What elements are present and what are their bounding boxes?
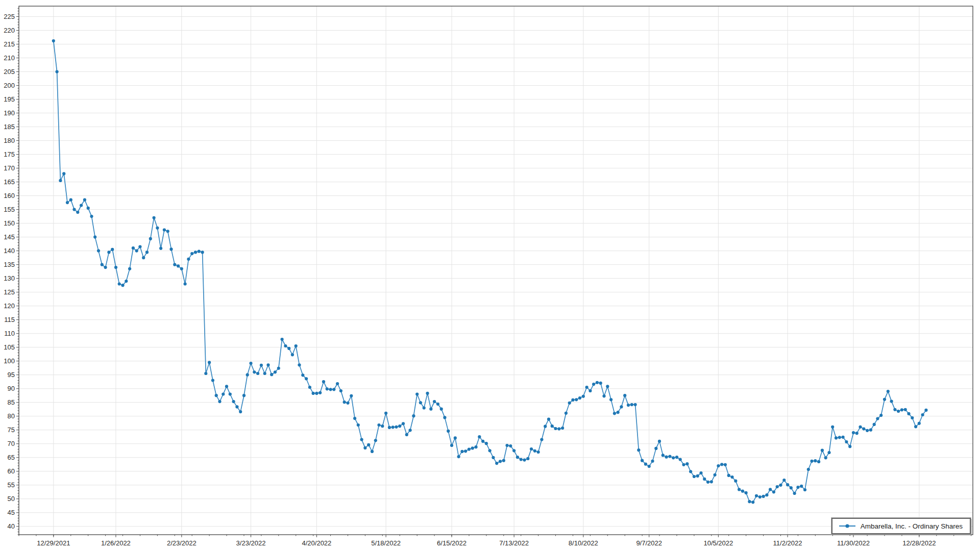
data-point[interactable]: [665, 456, 668, 459]
data-point[interactable]: [561, 427, 564, 430]
data-point[interactable]: [72, 208, 76, 211]
data-point[interactable]: [76, 211, 79, 214]
data-point[interactable]: [585, 386, 589, 389]
data-point[interactable]: [263, 372, 266, 375]
data-point[interactable]: [630, 403, 633, 406]
data-point[interactable]: [457, 455, 460, 458]
data-point[interactable]: [817, 460, 820, 463]
data-point[interactable]: [755, 494, 758, 497]
data-point[interactable]: [706, 481, 709, 484]
data-point[interactable]: [270, 373, 273, 376]
data-point[interactable]: [153, 216, 156, 219]
data-point[interactable]: [592, 383, 595, 386]
data-point[interactable]: [83, 198, 86, 202]
data-point[interactable]: [308, 386, 311, 389]
data-point[interactable]: [454, 436, 457, 439]
data-point[interactable]: [204, 372, 207, 375]
data-point[interactable]: [772, 490, 775, 493]
data-point[interactable]: [540, 438, 543, 441]
data-point[interactable]: [533, 449, 536, 453]
data-point[interactable]: [675, 456, 678, 459]
data-point[interactable]: [485, 442, 488, 445]
data-point[interactable]: [367, 443, 370, 446]
data-point[interactable]: [703, 478, 706, 481]
data-point[interactable]: [724, 463, 727, 466]
data-point[interactable]: [821, 449, 824, 452]
data-point[interactable]: [741, 490, 744, 493]
data-point[interactable]: [312, 392, 315, 395]
data-point[interactable]: [381, 424, 384, 428]
data-point[interactable]: [803, 488, 806, 491]
data-point[interactable]: [111, 248, 114, 251]
data-point[interactable]: [142, 256, 145, 259]
data-point[interactable]: [606, 385, 609, 388]
data-point[interactable]: [222, 392, 225, 395]
data-point[interactable]: [242, 394, 246, 397]
data-point[interactable]: [762, 495, 765, 498]
data-point[interactable]: [201, 251, 204, 254]
data-point[interactable]: [710, 480, 713, 483]
data-point[interactable]: [180, 267, 183, 270]
data-point[interactable]: [346, 402, 349, 405]
data-point[interactable]: [253, 370, 256, 373]
data-point[interactable]: [163, 229, 166, 232]
data-point[interactable]: [318, 391, 322, 394]
data-point[interactable]: [786, 483, 789, 486]
data-point[interactable]: [714, 473, 717, 477]
data-point[interactable]: [800, 485, 803, 488]
data-point[interactable]: [177, 264, 180, 267]
data-point[interactable]: [198, 250, 201, 253]
data-point[interactable]: [495, 462, 498, 465]
data-point[interactable]: [398, 424, 401, 428]
data-point[interactable]: [350, 394, 353, 397]
data-point[interactable]: [301, 373, 304, 377]
data-point[interactable]: [305, 377, 308, 380]
data-point[interactable]: [488, 449, 492, 452]
data-point[interactable]: [56, 70, 59, 73]
data-point[interactable]: [516, 456, 519, 459]
data-point[interactable]: [751, 500, 754, 504]
data-point[interactable]: [509, 444, 512, 447]
data-point[interactable]: [371, 450, 374, 453]
data-point[interactable]: [512, 449, 516, 452]
data-point[interactable]: [114, 266, 117, 269]
data-point[interactable]: [914, 425, 917, 428]
data-point[interactable]: [589, 389, 592, 392]
data-point[interactable]: [295, 344, 298, 347]
data-point[interactable]: [790, 486, 793, 489]
data-point[interactable]: [332, 388, 335, 391]
data-point[interactable]: [249, 362, 252, 365]
data-point[interactable]: [869, 429, 872, 432]
data-point[interactable]: [717, 464, 720, 467]
data-point[interactable]: [565, 412, 568, 415]
data-point[interactable]: [93, 236, 96, 239]
data-point[interactable]: [409, 429, 412, 432]
data-point[interactable]: [357, 423, 360, 427]
data-point[interactable]: [433, 400, 436, 403]
data-point[interactable]: [505, 444, 508, 447]
data-point[interactable]: [395, 425, 398, 429]
data-point[interactable]: [464, 449, 467, 453]
data-point[interactable]: [329, 388, 332, 391]
data-point[interactable]: [627, 404, 630, 407]
data-point[interactable]: [641, 459, 644, 462]
data-point[interactable]: [765, 493, 768, 496]
data-point[interactable]: [471, 446, 474, 449]
data-point[interactable]: [911, 416, 914, 419]
data-point[interactable]: [326, 387, 329, 390]
data-point[interactable]: [776, 485, 779, 488]
data-point[interactable]: [377, 423, 380, 427]
data-point[interactable]: [298, 363, 301, 366]
data-point[interactable]: [450, 444, 453, 447]
data-point[interactable]: [128, 267, 131, 270]
data-point[interactable]: [388, 426, 391, 429]
data-point[interactable]: [907, 412, 910, 415]
data-point[interactable]: [101, 263, 104, 266]
data-point[interactable]: [59, 179, 62, 182]
data-point[interactable]: [904, 408, 907, 411]
data-point[interactable]: [634, 403, 637, 406]
data-point[interactable]: [118, 282, 121, 285]
data-point[interactable]: [218, 400, 221, 403]
data-point[interactable]: [609, 398, 612, 401]
data-point[interactable]: [748, 500, 751, 503]
